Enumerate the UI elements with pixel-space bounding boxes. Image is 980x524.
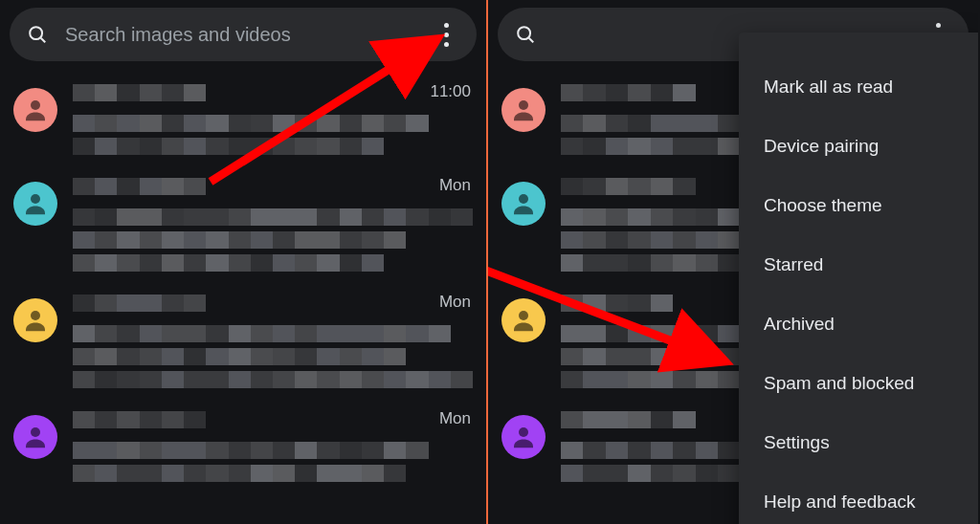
avatar — [501, 298, 546, 342]
overflow-menu: Mark all as readDevice pairingChoose the… — [739, 33, 978, 524]
svg-point-5 — [31, 427, 40, 437]
timestamp: Mon — [439, 176, 471, 195]
svg-line-9 — [529, 38, 534, 43]
menu-item[interactable]: Settings — [739, 413, 978, 472]
list-item[interactable]: 11:00 — [0, 76, 486, 170]
svg-point-4 — [31, 311, 40, 320]
list-item[interactable]: Mon — [0, 170, 486, 287]
svg-point-8 — [518, 27, 530, 39]
svg-point-12 — [519, 311, 528, 320]
avatar — [13, 182, 57, 226]
menu-item[interactable]: Choose theme — [739, 176, 978, 235]
search-icon — [27, 24, 48, 45]
avatar — [13, 88, 57, 132]
timestamp: Mon — [439, 409, 471, 428]
avatar — [13, 415, 57, 459]
svg-point-0 — [30, 27, 42, 39]
menu-item[interactable]: Device pairing — [739, 117, 978, 176]
menu-item[interactable]: Help and feedback — [739, 472, 978, 524]
person-icon — [21, 189, 50, 218]
panel-left: Search images and videos 11:00MonMonMon — [0, 0, 488, 524]
redacted-content — [73, 295, 473, 394]
list-item[interactable]: Mon — [0, 287, 486, 404]
person-icon — [21, 423, 50, 451]
timestamp: Mon — [439, 293, 471, 312]
timestamp: 11:00 — [430, 82, 471, 101]
list-item[interactable]: Mon — [0, 404, 486, 497]
menu-item[interactable]: Spam and blocked — [739, 354, 978, 413]
svg-point-13 — [519, 427, 528, 437]
more-vertical-icon — [936, 23, 941, 28]
redacted-content — [73, 84, 473, 161]
svg-point-3 — [31, 194, 40, 204]
person-icon — [509, 96, 538, 124]
redacted-content — [73, 178, 473, 277]
avatar — [501, 182, 546, 226]
svg-line-1 — [41, 38, 46, 43]
person-icon — [21, 306, 50, 335]
redacted-content — [73, 411, 473, 488]
avatar — [501, 88, 546, 132]
more-vertical-icon — [444, 23, 449, 28]
person-icon — [509, 423, 538, 451]
menu-item[interactable]: Starred — [739, 235, 978, 295]
svg-point-11 — [519, 194, 528, 204]
person-icon — [509, 306, 538, 335]
search-placeholder: Search images and videos — [65, 24, 433, 46]
panel-right: Mark all as readDevice pairingChoose the… — [488, 0, 978, 524]
svg-point-10 — [519, 100, 528, 110]
avatar — [13, 298, 57, 342]
search-icon — [515, 24, 536, 45]
search-bar[interactable]: Search images and videos — [10, 8, 477, 61]
conversation-list: 11:00MonMonMon — [0, 61, 486, 497]
more-options-button[interactable] — [433, 17, 459, 52]
svg-point-2 — [31, 100, 40, 110]
avatar — [501, 415, 546, 459]
menu-item[interactable]: Archived — [739, 295, 978, 354]
menu-item[interactable]: Mark all as read — [739, 57, 978, 117]
person-icon — [509, 189, 538, 218]
person-icon — [21, 96, 50, 124]
